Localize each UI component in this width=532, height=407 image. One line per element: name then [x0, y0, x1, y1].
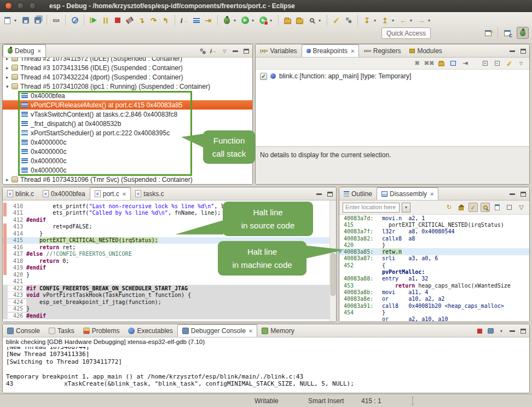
stack-frame-row[interactable]: vTaskSwitchContext() at tasks.c:2,846 0x…: [3, 110, 252, 119]
back-button[interactable]: ←: [398, 15, 408, 26]
stack-frame-row[interactable]: _frxt_dispatch() at 0x4008532b: [3, 119, 252, 128]
open-resource-button[interactable]: [294, 15, 305, 26]
run-button[interactable]: [240, 15, 250, 26]
instruction-stepping-button[interactable]: i→: [179, 15, 189, 26]
minimize-view-icon[interactable]: [508, 190, 516, 198]
resume-button[interactable]: [88, 15, 99, 26]
home-icon[interactable]: [456, 203, 466, 212]
debug-button[interactable]: [222, 15, 232, 26]
tab-modules[interactable]: Modules: [405, 44, 446, 57]
view-menu-icon[interactable]: ▽: [517, 60, 525, 67]
console-dropdown-icon[interactable]: ▾: [498, 327, 505, 335]
tab-debug[interactable]: Debug ×: [3, 44, 46, 57]
disasm-source-row[interactable]: 454}: [339, 309, 529, 316]
stack-frame-row[interactable]: 0x4000bfea: [3, 91, 252, 100]
disasm-row[interactable]: 40083a91:call8 0x40081b20 <heap_caps_mal…: [339, 302, 529, 309]
step-over-button[interactable]: ↷: [148, 15, 159, 26]
disasm-row[interactable]: 40083a8b:movi a11, 4: [339, 289, 529, 295]
tab-close-icon[interactable]: ×: [430, 191, 433, 197]
code-line[interactable]: 423void vPortFirstTaskHook(TaskFunction_…: [3, 292, 329, 299]
expand-all-icon[interactable]: +: [481, 60, 489, 67]
thread-row-clipped[interactable]: ▸Thread #2 1073411572 (IDLE) (Suspended …: [3, 58, 252, 63]
scrollbar-thumb[interactable]: [331, 253, 336, 296]
disasm-row[interactable]: 40083a87:srli a3, a0, 6: [339, 255, 529, 262]
code-line[interactable]: 425}: [3, 306, 329, 313]
window-close-button[interactable]: [5, 2, 12, 9]
disasm-source-row[interactable]: 420}: [339, 242, 529, 248]
run-dropdown[interactable]: ▾: [252, 18, 256, 23]
disasm-source-row[interactable]: 452{: [339, 262, 529, 268]
maximize-view-icon[interactable]: [242, 47, 250, 55]
terminate-button[interactable]: [112, 15, 123, 26]
minimize-view-icon[interactable]: [508, 47, 516, 55]
debug-dropdown[interactable]: ▾: [234, 18, 238, 23]
disasm-row[interactable]: 40083a88:entry a1, 32: [339, 276, 529, 282]
tab-registers[interactable]: 1010 Registers: [359, 44, 405, 57]
toggle-binary-icon[interactable]: 010: [51, 15, 61, 26]
skip-all-breakpoints-view-icon[interactable]: ⇥: [461, 60, 469, 67]
pin-view-icon[interactable]: [505, 203, 514, 212]
window-minimize-button[interactable]: [17, 2, 24, 9]
new-dropdown[interactable]: ▾: [14, 18, 19, 23]
maximize-view-icon[interactable]: [326, 190, 334, 198]
location-dropdown[interactable]: ▾: [402, 203, 410, 213]
new-view-icon[interactable]: [493, 203, 502, 212]
display-selected-console-icon[interactable]: [487, 327, 494, 335]
maximize-view-icon[interactable]: [519, 47, 527, 55]
show-supported-breakpoints-icon[interactable]: [437, 60, 445, 67]
disasm-row[interactable]: 40083a8e:or a10, a2, a2: [339, 296, 529, 302]
annotations-button[interactable]: [343, 15, 354, 26]
tab-breakpoints[interactable]: Breakpoints ×: [302, 44, 360, 57]
terminate-console-icon[interactable]: [476, 327, 483, 335]
minimize-view-icon[interactable]: [232, 47, 239, 55]
tab-close-icon[interactable]: ×: [123, 191, 126, 197]
breakpoint-row[interactable]: ✓ blink.c [function: app_main] [type: Te…: [256, 70, 529, 83]
disasm-row-halted[interactable]: ►40083a85:retw.n: [339, 248, 529, 255]
save-button[interactable]: [20, 15, 31, 26]
refresh-view-icon[interactable]: ↻: [444, 203, 454, 212]
tab-tasks[interactable]: Tasks: [44, 324, 79, 337]
disasm-row[interactable]: 40083a7f:l32r a8, 0x40080544: [339, 228, 529, 235]
disconnect-button[interactable]: [124, 15, 135, 26]
breakpoint-checkbox[interactable]: ✓: [260, 73, 267, 80]
tab-executables[interactable]: Executables: [124, 324, 177, 337]
minimize-view-icon[interactable]: [315, 190, 323, 198]
forward-button[interactable]: →: [416, 15, 426, 26]
last-edit-location-button[interactable]: ↧: [362, 15, 372, 26]
disasm-source-row[interactable]: 453 return heap_caps_malloc(xWantedSize: [339, 282, 529, 289]
sync-with-stack-frame-icon[interactable]: [469, 203, 478, 212]
window-maximize-button[interactable]: [29, 2, 36, 9]
forward-dropdown[interactable]: ▾: [428, 18, 432, 23]
thread-row[interactable]: ▸Thread #4 1073432224 (dport) (Suspended…: [3, 72, 252, 82]
show-execution-button[interactable]: [191, 15, 201, 26]
open-element-button[interactable]: [282, 15, 293, 26]
remove-all-terminated-icon[interactable]: [199, 47, 206, 55]
perspective-cpp-button[interactable]: C: [501, 27, 513, 39]
tab-port-c[interactable]: cport.c×: [90, 187, 131, 200]
stack-frame-row-selected[interactable]: vPortCPUReleaseMutex() at port.c:415 0x4…: [3, 100, 252, 110]
tab-problems[interactable]: Problems: [79, 324, 124, 337]
view-menu-icon[interactable]: ▽: [517, 203, 526, 212]
disassembly-listing[interactable]: 40083a7d:movi.n a2, 1 415 portEXIT_CRITI…: [339, 215, 529, 322]
quick-access-button[interactable]: Quick Access: [381, 27, 431, 39]
tab-variables[interactable]: (x)= Variables: [256, 44, 302, 57]
go-to-file-icon[interactable]: [449, 60, 457, 67]
disasm-row-clipped[interactable]: or a2, a10, a10: [339, 316, 529, 322]
use-step-filters-button[interactable]: ⇥: [203, 15, 213, 26]
stack-frame-row[interactable]: 0x4000000c: [3, 165, 252, 175]
tab-console[interactable]: Console: [3, 324, 44, 337]
tab-close-icon[interactable]: ×: [249, 328, 252, 334]
minimize-view-icon[interactable]: [508, 327, 516, 335]
mark-occurrences-button[interactable]: [331, 15, 342, 26]
view-menu-icon[interactable]: ▽: [221, 47, 228, 55]
tab-tasks-c[interactable]: ctasks.c: [131, 187, 168, 200]
remove-all-breakpoints-icon[interactable]: ✖✖: [425, 60, 433, 67]
instruction-stepping-view-icon[interactable]: i→: [210, 47, 217, 55]
suspend-button[interactable]: [100, 15, 111, 26]
tab-close-icon[interactable]: ×: [37, 48, 41, 54]
collapse-all-icon[interactable]: −: [493, 60, 501, 67]
tab-disassembly[interactable]: Disassembly ×: [377, 187, 438, 200]
code-line[interactable]: 426#endif: [3, 312, 329, 319]
save-all-button[interactable]: [32, 15, 43, 26]
perspective-debug-button[interactable]: [517, 27, 529, 39]
